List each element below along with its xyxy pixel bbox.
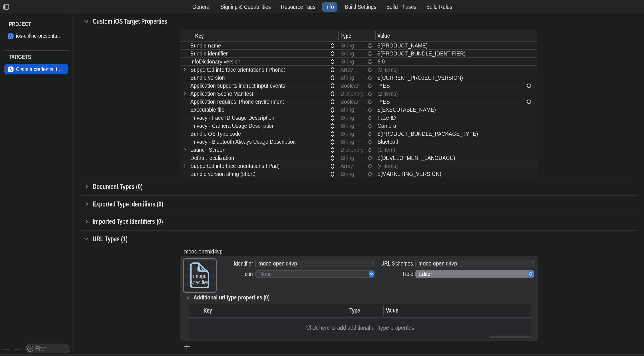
svg-text:A: A (9, 68, 12, 72)
svg-text:A: A (9, 34, 12, 39)
